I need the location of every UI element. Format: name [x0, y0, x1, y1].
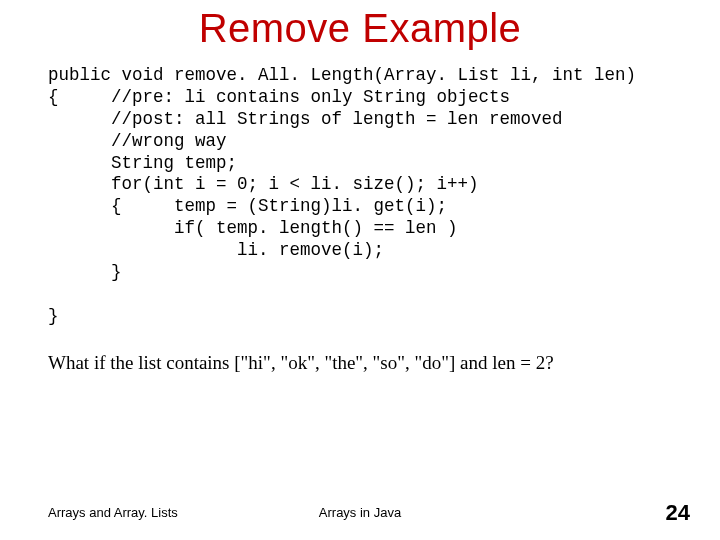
code-line: } [48, 262, 122, 282]
code-line: //post: all Strings of length = len remo… [48, 109, 563, 129]
slide-title: Remove Example [0, 0, 720, 51]
code-line: public void remove. All. Length(Array. L… [48, 65, 636, 85]
code-line: if( temp. length() == len ) [48, 218, 458, 238]
question-text: What if the list contains ["hi", "ok", "… [48, 352, 720, 374]
page-number: 24 [666, 500, 690, 526]
code-line: li. remove(i); [48, 240, 384, 260]
code-line: { temp = (String)li. get(i); [48, 196, 447, 216]
code-line: String temp; [48, 153, 237, 173]
footer-center: Arrays in Java [0, 505, 720, 520]
code-line: //wrong way [48, 131, 227, 151]
code-line: for(int i = 0; i < li. size(); i++) [48, 174, 479, 194]
slide: Remove Example public void remove. All. … [0, 0, 720, 540]
code-line: { //pre: li contains only String objects [48, 87, 510, 107]
code-line: } [48, 306, 59, 326]
code-block: public void remove. All. Length(Array. L… [48, 65, 720, 328]
